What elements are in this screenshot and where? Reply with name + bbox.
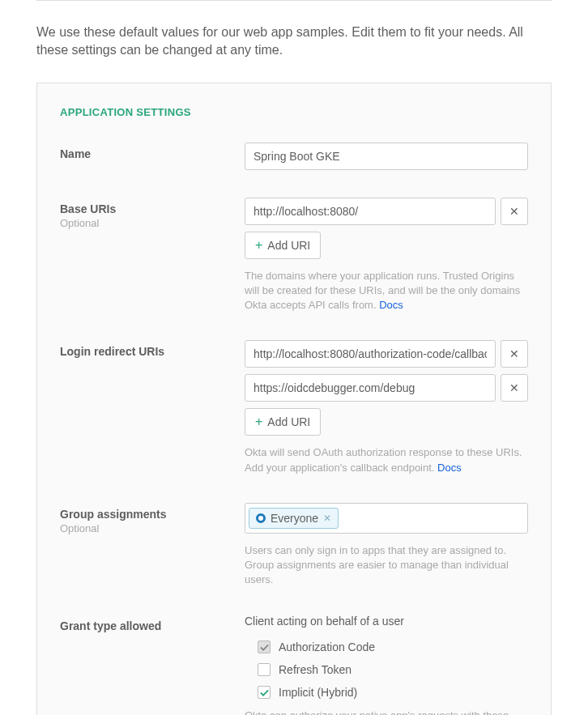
- grants-head: Client acting on behalf of a user: [245, 615, 528, 628]
- login-redirect-docs-link[interactable]: Docs: [437, 462, 462, 474]
- grant-checkbox-refresh-token[interactable]: [258, 663, 271, 676]
- login-redirect-remove-0[interactable]: ✕: [501, 340, 528, 368]
- close-icon: ✕: [509, 205, 519, 218]
- group-chip-label: Everyone: [271, 512, 318, 525]
- grant-row-implicit: Implicit (Hybrid): [258, 686, 528, 699]
- grant-label-0: Authorization Code: [279, 641, 375, 653]
- base-uri-input-0[interactable]: [245, 198, 496, 225]
- field-base-uris: Base URIs Optional ✕ + Add URI The domai…: [60, 198, 528, 313]
- groups-input[interactable]: Everyone ✕: [245, 503, 528, 534]
- field-name: Name: [60, 143, 528, 170]
- login-redirect-add-button[interactable]: + Add URI: [245, 408, 321, 436]
- group-chip-everyone: Everyone ✕: [249, 508, 339, 529]
- groups-label: Group assignments: [60, 508, 245, 521]
- field-login-redirect: Login redirect URIs ✕ ✕ + Add URI Okta w…: [60, 340, 528, 475]
- check-icon: [260, 643, 269, 652]
- close-icon: ✕: [509, 381, 519, 394]
- base-uris-optional: Optional: [60, 217, 245, 229]
- group-dot-icon: [256, 513, 266, 523]
- field-grant-type: Grant type allowed Client acting on beha…: [60, 615, 528, 715]
- grant-label-1: Refresh Token: [279, 663, 352, 676]
- field-group-assignments: Group assignments Optional Everyone ✕ Us…: [60, 503, 528, 588]
- login-redirect-add-label: Add URI: [267, 415, 310, 428]
- grant-label-2: Implicit (Hybrid): [279, 686, 357, 699]
- base-uri-add-button[interactable]: + Add URI: [245, 232, 321, 259]
- grants-help: Okta can authorize your native app's req…: [245, 709, 528, 715]
- login-redirect-row-1: ✕: [245, 374, 528, 402]
- plus-icon: +: [255, 238, 262, 253]
- base-uris-help: The domains where your application runs.…: [245, 269, 528, 313]
- base-uri-remove-0[interactable]: ✕: [501, 198, 528, 225]
- group-chip-remove[interactable]: ✕: [323, 513, 331, 524]
- grant-row-authorization-code: Authorization Code: [258, 641, 528, 653]
- groups-optional: Optional: [60, 522, 245, 534]
- login-redirect-input-0[interactable]: [245, 340, 496, 368]
- name-input[interactable]: [245, 143, 528, 170]
- login-redirect-label: Login redirect URIs: [60, 345, 245, 358]
- plus-icon: +: [255, 415, 262, 429]
- close-icon: ✕: [509, 347, 519, 360]
- base-uris-docs-link[interactable]: Docs: [379, 299, 403, 311]
- grant-row-refresh-token: Refresh Token: [258, 663, 528, 676]
- login-redirect-remove-1[interactable]: ✕: [501, 374, 528, 402]
- login-redirect-input-1[interactable]: [245, 374, 496, 402]
- settings-panel: APPLICATION SETTINGS Name Base URIs Opti…: [36, 83, 552, 715]
- check-icon: [260, 688, 269, 697]
- name-label: Name: [60, 147, 245, 160]
- login-redirect-row-0: ✕: [245, 340, 528, 368]
- grant-checkbox-implicit[interactable]: [258, 686, 271, 699]
- grants-label: Grant type allowed: [60, 619, 245, 632]
- intro-text: We use these default values for our web …: [36, 23, 552, 60]
- grant-checkbox-authorization-code: [258, 641, 271, 653]
- groups-help: Users can only sign in to apps that they…: [245, 543, 528, 588]
- login-redirect-help: Okta will send OAuth authorization respo…: [245, 445, 528, 475]
- base-uris-label: Base URIs: [60, 202, 245, 215]
- top-divider: [36, 0, 552, 1]
- panel-title: APPLICATION SETTINGS: [60, 106, 528, 118]
- base-uri-row: ✕: [245, 198, 528, 225]
- base-uri-add-label: Add URI: [267, 239, 310, 252]
